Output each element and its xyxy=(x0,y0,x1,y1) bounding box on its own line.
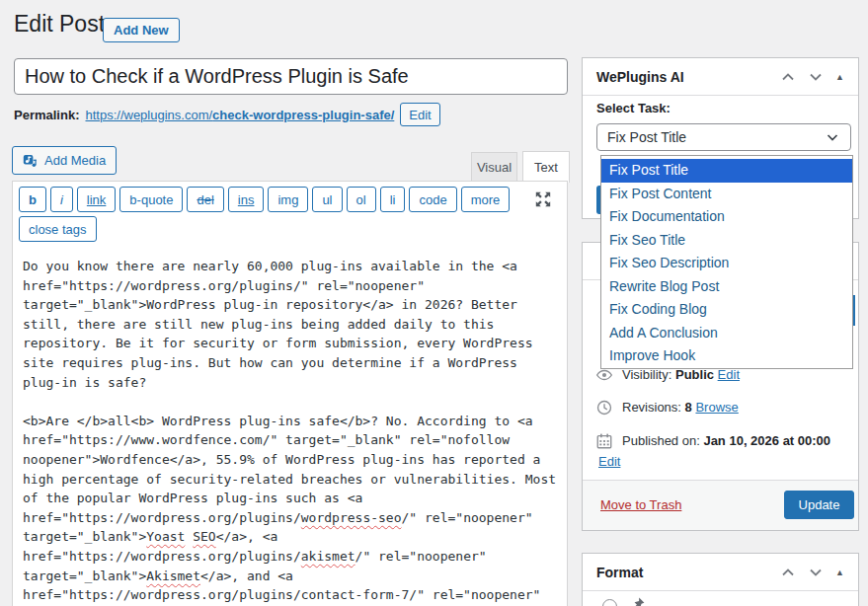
code-line xyxy=(23,392,565,412)
add-media-button[interactable]: Add Media xyxy=(12,146,117,175)
media-icon xyxy=(23,153,39,169)
quicktag-ol[interactable]: ol xyxy=(347,187,376,212)
format-panel-header: Format ▲ xyxy=(583,554,858,591)
tab-visual[interactable]: Visual xyxy=(471,152,517,182)
task-option[interactable]: Fix Seo Title xyxy=(601,229,852,253)
code-line: high percentage of security-related brea… xyxy=(23,470,565,490)
eye-icon xyxy=(595,366,613,387)
editor-content[interactable]: Do you know there are nearly 60,000 plug… xyxy=(23,257,565,606)
preview-button-edge[interactable] xyxy=(853,295,855,326)
published-edit-link[interactable]: Edit xyxy=(598,454,620,469)
code-line: noopener">Wordfence</a>, 55.9% of WordPr… xyxy=(23,450,565,470)
code-line: href="https://www.wordfence.com/" target… xyxy=(23,430,565,450)
collapse-panel-icon[interactable]: ▲ xyxy=(835,72,844,82)
pin-icon xyxy=(630,596,646,606)
task-option[interactable]: Fix Seo Description xyxy=(601,252,852,275)
move-to-trash-link[interactable]: Move to Trash xyxy=(600,497,681,512)
quicktag-i[interactable]: i xyxy=(50,187,73,212)
calendar-icon xyxy=(595,432,613,453)
task-option[interactable]: Rewrite Blog Post xyxy=(601,275,852,299)
edit-permalink-button[interactable]: Edit xyxy=(400,103,439,126)
move-down-icon[interactable] xyxy=(808,565,824,580)
revisions-clock-icon xyxy=(595,399,613,419)
post-title-input[interactable] xyxy=(14,58,568,95)
close-tags-row: close tags xyxy=(17,214,99,244)
task-dropdown-list: Fix Post TitleFix Post ContentFix Docume… xyxy=(600,155,853,369)
quicktag-li[interactable]: li xyxy=(380,187,406,212)
code-line: <b>Are </b>all<b> WordPress plug-ins saf… xyxy=(23,412,565,431)
code-line: repository. Be it for security or form s… xyxy=(23,334,565,353)
quicktags-row: bilinkb-quotedelinsimgulollicodemore xyxy=(17,185,512,214)
code-line: href="https://wordpress.org/plugins/" re… xyxy=(23,276,565,296)
revisions-browse-link[interactable]: Browse xyxy=(695,400,738,415)
publish-footer: Move to Trash Update xyxy=(583,480,858,530)
task-option[interactable]: Fix Documentation xyxy=(601,205,852,229)
visibility-edit-link[interactable]: Edit xyxy=(718,367,740,382)
select-task-label: Select Task: xyxy=(596,101,671,115)
edit-post-screen: Edit Post Add New Permalink: https://wep… xyxy=(0,0,868,606)
task-select[interactable]: Fix Post Title xyxy=(596,123,851,151)
quicktag-img[interactable]: img xyxy=(268,187,308,212)
code-line: plug-in is safe? xyxy=(23,373,565,393)
code-line: target="_blank">Yoast SEO</a>, <a xyxy=(23,527,565,547)
quicktag-b-quote[interactable]: b-quote xyxy=(119,187,183,212)
code-line: Do you know there are nearly 60,000 plug… xyxy=(23,257,565,276)
task-option[interactable]: Fix Coding Blog xyxy=(601,298,852,322)
permalink: Permalink: https://weplugins.com/check-w… xyxy=(14,102,440,127)
code-line: target="_blank">Akismet</a>, and <a xyxy=(23,567,565,586)
chevron-down-icon xyxy=(825,129,840,145)
visibility-row: Visibility: Public Edit xyxy=(595,367,740,387)
published-row: Published on: Jan 10, 2026 at 00:00 xyxy=(595,433,846,453)
move-up-icon[interactable] xyxy=(780,565,796,580)
revisions-row: Revisions: 8 Browse xyxy=(595,400,739,419)
permalink-link[interactable]: https://weplugins.com/check-wordpress-pl… xyxy=(85,108,394,122)
format-panel-title: Format xyxy=(596,565,768,580)
update-button[interactable]: Update xyxy=(784,491,854,519)
code-line: site requires plug-ins. But how can you … xyxy=(23,353,565,373)
collapse-panel-icon[interactable]: ▲ xyxy=(835,568,844,577)
quicktag-ins[interactable]: ins xyxy=(228,187,265,212)
code-line: target="_blank">WordPress plug-in reposi… xyxy=(23,295,565,315)
permalink-label: Permalink: xyxy=(14,108,79,122)
fullscreen-icon[interactable] xyxy=(534,190,552,208)
code-line: href="https://wordpress.org/plugins/word… xyxy=(23,508,565,528)
code-line: href="https://wordpress.org/plugins/akis… xyxy=(23,547,565,567)
quicktag-more[interactable]: more xyxy=(461,187,511,212)
quicktag-link[interactable]: link xyxy=(77,187,117,212)
weplugins-panel-title: WePlugins AI xyxy=(596,69,768,85)
code-line: href="https://wordpress.org/plugins/cont… xyxy=(23,585,565,605)
weplugins-panel-header: WePlugins AI ▲ xyxy=(583,58,858,96)
quicktag-code[interactable]: code xyxy=(409,187,456,212)
tab-text[interactable]: Text xyxy=(522,151,570,183)
add-new-button[interactable]: Add New xyxy=(103,18,180,42)
format-standard-radio[interactable] xyxy=(602,599,617,606)
task-select-value: Fix Post Title xyxy=(607,129,686,145)
page-title: Edit Post xyxy=(14,11,105,38)
task-option[interactable]: Fix Post Title xyxy=(601,159,852,183)
task-option[interactable]: Add A Conclusion xyxy=(601,322,852,345)
add-media-label: Add Media xyxy=(44,153,106,168)
text-editor-container: bilinkb-quotedelinsimgulollicodemore clo… xyxy=(12,181,568,606)
move-up-icon[interactable] xyxy=(780,69,796,85)
code-line: of the popular WordPress plug-ins such a… xyxy=(23,489,565,508)
close-tags-button[interactable]: close tags xyxy=(19,216,97,242)
task-option[interactable]: Improve Hook xyxy=(601,344,852,368)
move-down-icon[interactable] xyxy=(808,69,824,85)
task-option[interactable]: Fix Post Content xyxy=(601,183,852,206)
format-panel: Format ▲ xyxy=(582,553,859,606)
code-line: still, there are still new plug-ins bein… xyxy=(23,315,565,335)
quicktag-b[interactable]: b xyxy=(19,187,46,212)
quicktag-ul[interactable]: ul xyxy=(312,187,342,212)
quicktag-del[interactable]: del xyxy=(187,187,223,212)
